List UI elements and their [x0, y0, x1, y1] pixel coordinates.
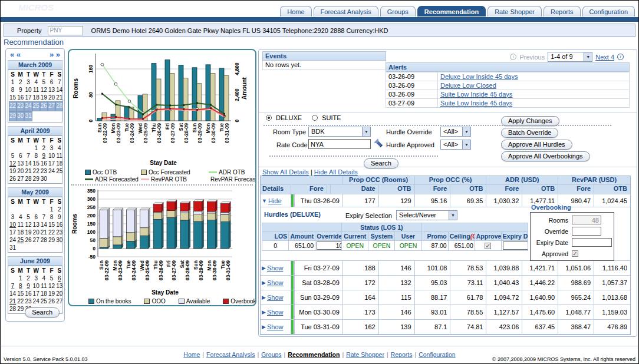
calendar-day[interactable]: 12 — [9, 160, 17, 167]
calendar-day[interactable]: 23 — [55, 229, 63, 236]
calendar-prev-icon[interactable]: « « — [10, 50, 21, 59]
calendar-day[interactable]: 30 — [40, 175, 48, 183]
calendar-day[interactable]: 6 — [17, 152, 24, 160]
calendar-day[interactable]: 14 — [40, 221, 48, 229]
calendar-day[interactable]: 14 — [24, 160, 32, 167]
show-details-link[interactable]: Show — [267, 279, 284, 286]
calendar-day[interactable]: 19 — [48, 290, 55, 297]
calendar-day[interactable]: 10 — [48, 152, 55, 160]
calendar-day[interactable]: 6 — [48, 78, 55, 86]
batch-override-button[interactable]: Batch Override — [501, 128, 558, 138]
hurdles-expiry-input[interactable] — [503, 241, 528, 250]
calendar-day[interactable]: 28 — [9, 305, 17, 313]
calendar-day[interactable]: 30 — [17, 111, 24, 121]
calendar-day[interactable]: 8 — [32, 152, 40, 160]
calendar-day[interactable]: 16 — [17, 94, 24, 101]
hurdle-override-select[interactable]: <All> ▼ — [440, 127, 471, 137]
calendar-day[interactable]: 13 — [32, 221, 40, 229]
calendar-day[interactable]: 10 — [24, 86, 32, 94]
calendar-day[interactable]: 26 — [48, 297, 55, 305]
calendar-day[interactable]: 19 — [40, 94, 48, 101]
calendar-day[interactable]: 26 — [9, 175, 17, 183]
calendar-day[interactable]: 11 — [55, 152, 63, 160]
deluxe-radio[interactable] — [266, 115, 272, 121]
calendar-day[interactable]: 28 — [40, 236, 48, 244]
footer-link-recommendation[interactable]: Recommendation — [288, 351, 340, 358]
calendar-next-icon[interactable]: » » — [50, 50, 60, 59]
flashlight-lov-icon[interactable] — [373, 138, 384, 148]
calendar-day[interactable]: 2 — [17, 78, 24, 86]
hurdles-approved-checkbox[interactable]: ✓ — [485, 243, 491, 249]
calendar-day[interactable]: 24 — [32, 297, 40, 305]
calendar-day[interactable]: 16 — [24, 290, 32, 297]
calendar-day[interactable]: 8 — [9, 86, 17, 94]
calendar-day[interactable]: 27 — [32, 236, 40, 244]
calendar-day[interactable]: 2 — [55, 206, 63, 213]
calendar-day[interactable]: 18 — [40, 290, 48, 297]
alert-link[interactable]: Deluxe Low Closed — [440, 82, 496, 89]
calendar-day[interactable]: 25 — [40, 297, 48, 305]
footer-link-rate-shopper[interactable]: Rate Shopper — [346, 351, 384, 358]
calendar-day[interactable]: 25 — [32, 101, 40, 111]
overbooking-approved-checkbox[interactable]: ✓ — [572, 250, 578, 257]
calendar-day[interactable]: 1 — [9, 78, 17, 86]
calendar-day[interactable]: 24 — [48, 167, 55, 175]
approve-all-overbookings-button[interactable]: Approve All Overbookings — [501, 151, 590, 161]
property-code-input[interactable] — [48, 26, 83, 35]
calendar-day[interactable]: 7 — [40, 213, 48, 221]
calendar-day[interactable]: 20 — [48, 94, 55, 101]
calendar-day[interactable]: 27 — [17, 175, 24, 183]
calendar-day[interactable]: 29 — [32, 175, 40, 183]
calendar-day[interactable]: 24 — [9, 236, 17, 244]
calendar-day[interactable]: 5 — [9, 152, 17, 160]
calendar-day[interactable]: 3 — [48, 144, 55, 152]
expiry-selection-select[interactable]: Select/Never ▼ — [396, 210, 457, 220]
calendar-day[interactable]: 9 — [17, 86, 24, 94]
next-page-link[interactable]: Next 4 — [595, 54, 614, 61]
calendar-day[interactable]: 13 — [17, 160, 24, 167]
calendar-day[interactable]: 27 — [55, 297, 63, 305]
overbooking-expiry-input[interactable] — [572, 238, 612, 247]
calendar-day[interactable]: 11 — [40, 282, 48, 290]
calendar-day[interactable]: 5 — [40, 78, 48, 86]
calendar-day[interactable]: 25 — [55, 167, 63, 175]
footer-link-groups[interactable]: Groups — [261, 351, 281, 358]
calendar-day[interactable]: 9 — [40, 152, 48, 160]
calendar-day[interactable]: 6 — [55, 274, 63, 282]
calendar-day[interactable]: 1 — [48, 206, 55, 213]
calendar-day[interactable]: 7 — [24, 152, 32, 160]
next-page-icon[interactable]: › — [617, 54, 624, 60]
calendar-day[interactable]: 4 — [32, 78, 40, 86]
calendar-day[interactable]: 21 — [55, 94, 63, 101]
calendar-day[interactable]: 28 — [55, 101, 63, 111]
hide-all-details-link[interactable]: Hide All Details — [314, 168, 358, 176]
calendar-day[interactable]: 13 — [55, 282, 63, 290]
calendar-day[interactable]: 23 — [40, 167, 48, 175]
calendar-day[interactable]: 18 — [17, 229, 24, 236]
hurdles-override-input[interactable] — [317, 241, 342, 250]
calendar-day[interactable]: 20 — [32, 229, 40, 236]
calendar-day[interactable]: 3 — [9, 213, 17, 221]
tab-configuration[interactable]: Configuration — [582, 6, 635, 16]
overbooking-override-input[interactable] — [572, 227, 601, 236]
calendar-day[interactable]: 24 — [24, 101, 32, 111]
show-details-link[interactable]: Show — [267, 323, 284, 330]
calendar-day[interactable]: 26 — [24, 236, 32, 244]
alerts-range-select[interactable]: 1-4 of 9 ▼ — [548, 52, 592, 62]
calendar-day[interactable]: 19 — [24, 229, 32, 236]
apply-changes-button[interactable]: Apply Changes — [501, 116, 559, 126]
calendar-day[interactable]: 8 — [17, 282, 24, 290]
rate-code-input[interactable] — [308, 139, 371, 149]
calendar-day[interactable]: 17 — [24, 94, 32, 101]
calendar-day[interactable]: 12 — [24, 221, 32, 229]
suite-radio[interactable] — [312, 115, 318, 121]
calendar-day[interactable]: 4 — [55, 144, 63, 152]
calendar-day[interactable]: 28 — [24, 175, 32, 183]
calendar-day[interactable]: 17 — [9, 229, 17, 236]
calendar-day[interactable]: 13 — [48, 86, 55, 94]
approve-all-hurdles-button[interactable]: Approve All Hurdles — [501, 140, 572, 150]
calendar-day[interactable]: 14 — [55, 86, 63, 94]
calendar-day[interactable]: 18 — [32, 94, 40, 101]
calendar-day[interactable]: 26 — [40, 101, 48, 111]
tab-forecast-analysis[interactable]: Forecast Analysis — [314, 6, 378, 16]
